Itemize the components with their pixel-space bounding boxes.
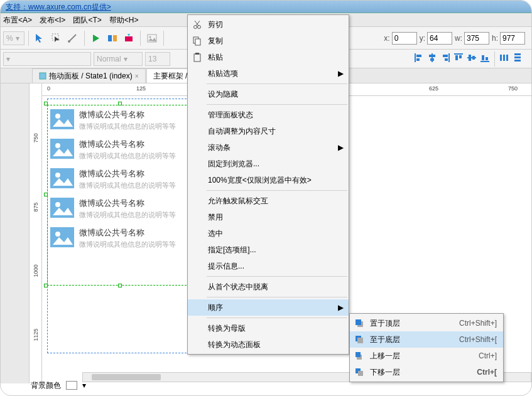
svg-point-33: [55, 114, 60, 119]
align-tools: [413, 51, 524, 67]
submenu-item[interactable]: 至于底层Ctrl+Shift+[: [350, 331, 503, 348]
scrollbar-thumb[interactable]: [92, 374, 161, 380]
align-middle-icon[interactable]: [465, 51, 478, 64]
font-dropdown[interactable]: ▾: [3, 52, 91, 66]
menu-item-label: 粘贴选项: [208, 68, 238, 79]
menu-item[interactable]: 100%宽度<仅限浏览器中有效>: [188, 172, 349, 188]
menu-item[interactable]: 剪切: [188, 16, 349, 33]
svg-point-6: [149, 36, 151, 38]
menu-item[interactable]: 自动调整为内容尺寸: [188, 123, 349, 139]
menu-item[interactable]: 顺序▶: [188, 299, 349, 316]
menu-item[interactable]: 粘贴选项▶: [188, 65, 349, 82]
distribute-v-icon[interactable]: [511, 51, 524, 64]
w-input[interactable]: [464, 32, 489, 45]
title-link[interactable]: www.axure.com.cn: [28, 3, 92, 11]
ruler-tick: 625: [429, 85, 438, 92]
svg-rect-28: [514, 53, 521, 55]
item-desc: 微博说明或其他信息的说明等等: [79, 181, 176, 190]
menu-item[interactable]: 设为隐藏: [188, 86, 349, 102]
menu-separator: [207, 83, 347, 84]
bgcolor-swatch[interactable]: [66, 381, 77, 390]
menu-item[interactable]: 粘贴: [188, 49, 349, 65]
list-item[interactable]: 微博或公共号名称微博说明或其他信息的说明等等: [48, 164, 192, 194]
menu-item[interactable]: 固定到浏览器...: [188, 156, 349, 172]
menu-item[interactable]: 管理面板状态: [188, 107, 349, 123]
submenu-label: 下移一层: [370, 367, 400, 378]
menu-item[interactable]: 允许触发鼠标交互: [188, 193, 349, 209]
select-tool-icon[interactable]: [33, 31, 48, 46]
list-item[interactable]: 微博或公共号名称微博说明或其他信息的说明等等: [48, 194, 192, 223]
svg-rect-23: [482, 55, 484, 60]
menu-item[interactable]: 从首个状态中脱离: [188, 279, 349, 295]
align-right-icon[interactable]: [439, 51, 452, 64]
y-input[interactable]: [427, 32, 452, 45]
align-bottom-icon[interactable]: [479, 51, 491, 64]
align-center-h-icon[interactable]: [426, 51, 438, 64]
submenu-label: 至于底层: [370, 334, 400, 345]
shortcut-label: Ctrl+Shift+[: [459, 335, 497, 344]
shortcut-label: Ctrl+[: [477, 368, 497, 377]
dropdown-arrow-icon[interactable]: ▾: [82, 381, 86, 390]
publish-icon[interactable]: [121, 31, 136, 46]
thumbnail-icon: [50, 198, 74, 218]
menu-item[interactable]: 复制: [188, 33, 349, 49]
menu-item[interactable]: 选中: [188, 225, 349, 242]
menu-item[interactable]: 转换为母版: [188, 320, 349, 336]
svg-rect-15: [445, 58, 448, 61]
svg-point-1: [68, 40, 70, 43]
svg-rect-45: [195, 39, 200, 45]
svg-rect-21: [472, 56, 475, 60]
menu-item-label: 自动调整为内容尺寸: [208, 126, 276, 137]
close-icon[interactable]: ×: [135, 73, 139, 80]
submenu-arrow-icon: ▶: [338, 303, 344, 312]
align-left-icon[interactable]: [413, 51, 425, 64]
distribute-h-icon[interactable]: [498, 51, 511, 64]
list-item[interactable]: 微博或公共号名称微博说明或其他信息的说明等等: [48, 135, 192, 164]
svg-rect-8: [416, 55, 421, 57]
submenu-item[interactable]: 上移一层Ctrl+]: [350, 348, 503, 364]
menu-item-label: 复制: [208, 36, 223, 46]
submenu-item[interactable]: 下移一层Ctrl+[: [350, 364, 503, 380]
menu-item[interactable]: 禁用: [188, 209, 349, 225]
svg-rect-11: [429, 55, 435, 57]
tab-panel-state1[interactable]: 拖动面板 / State1 (index) ×: [32, 68, 146, 83]
select-contained-icon[interactable]: [49, 31, 64, 46]
svg-point-42: [194, 26, 197, 29]
menu-help[interactable]: 帮助<H>: [109, 15, 139, 24]
svg-rect-16: [454, 53, 463, 55]
svg-rect-14: [443, 55, 448, 57]
menu-item[interactable]: 提示信息...: [188, 258, 349, 274]
thumbnail-icon: [50, 227, 74, 247]
preview-icon[interactable]: [89, 31, 104, 46]
left-gutter: [1, 83, 30, 383]
x-input[interactable]: [392, 32, 417, 45]
size-dropdown[interactable]: 13: [145, 52, 170, 66]
image-icon[interactable]: [144, 31, 160, 46]
zoom-dropdown[interactable]: %▾: [3, 31, 24, 45]
menu-team[interactable]: 团队<T>: [73, 15, 101, 24]
thumbnail-icon: [50, 168, 74, 188]
list-item[interactable]: 微博或公共号名称微博说明或其他信息的说明等等: [48, 223, 192, 253]
svg-rect-30: [514, 60, 521, 62]
connector-tool-icon[interactable]: [65, 31, 80, 46]
h-input[interactable]: [500, 32, 525, 45]
menu-item[interactable]: 转换为动态面板: [188, 336, 349, 353]
menu-arrange[interactable]: 布置<A>: [3, 15, 32, 24]
paste-icon: [192, 51, 203, 63]
share-icon[interactable]: [105, 31, 120, 46]
submenu-label: 置于顶层: [370, 318, 400, 329]
item-title: 微博或公共号名称: [79, 109, 176, 120]
menu-publish[interactable]: 发布<I>: [40, 15, 65, 24]
item-desc: 微博说明或其他信息的说明等等: [79, 151, 176, 161]
selection-box[interactable]: 微博或公共号名称微博说明或其他信息的说明等等微博或公共号名称微博说明或其他信息的…: [47, 105, 193, 286]
svg-rect-20: [469, 55, 471, 61]
item-desc: 微博说明或其他信息的说明等等: [79, 122, 176, 131]
ruler-tick: 750: [33, 131, 39, 143]
align-top-icon[interactable]: [452, 51, 465, 64]
list-item[interactable]: 微博或公共号名称微博说明或其他信息的说明等等: [48, 105, 192, 135]
menu-item[interactable]: 指定[选项组]...: [188, 242, 349, 258]
menu-item-label: 转换为母版: [208, 323, 246, 334]
style-dropdown[interactable]: Normal▾: [94, 52, 143, 66]
submenu-item[interactable]: 置于顶层Ctrl+Shift+]: [350, 315, 503, 331]
menu-item[interactable]: 滚动条▶: [188, 139, 349, 156]
